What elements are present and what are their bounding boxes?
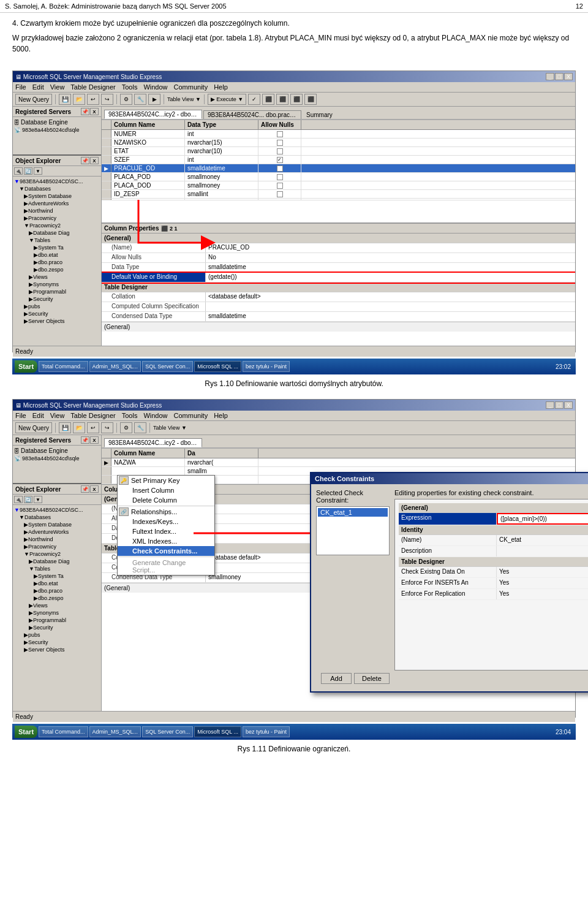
ctx-relationships[interactable]: 🔗 Relationships...: [118, 507, 214, 517]
tree-dbo-zesp-2[interactable]: ▶ dbo.zespo: [14, 594, 100, 602]
cb-etat[interactable]: [277, 148, 283, 154]
toolbar-btn-redo[interactable]: ↪: [101, 94, 113, 105]
obj-tb-refresh-1[interactable]: 🔄: [24, 167, 32, 175]
tree-sec-prac2-2[interactable]: ▶ Security: [14, 624, 100, 631]
tree-dbdiag-1[interactable]: ▶ Database Diag: [14, 229, 100, 237]
taskbar-item-tc-1[interactable]: Total Command...: [39, 361, 88, 372]
ctx-generate-script[interactable]: Generate Change Script...: [118, 558, 214, 575]
ctx-fulltext[interactable]: Fultext Index...: [118, 526, 214, 536]
tree-pubs-1[interactable]: ▶ pubs: [14, 303, 100, 310]
obj-exp-close-2[interactable]: X: [90, 485, 99, 493]
tree-prac-2[interactable]: ▶ Pracownicy: [14, 543, 100, 550]
taskbar-item-tc-2[interactable]: Total Command...: [39, 726, 88, 737]
tree-dbo-etat-2[interactable]: ▶ dbo.etat: [14, 580, 100, 587]
new-query-btn-2[interactable]: New Query: [15, 422, 52, 433]
tree-sysdb-1[interactable]: ▶ System Database: [14, 192, 100, 200]
toolbar-btn-s2-1[interactable]: 💾: [59, 422, 71, 433]
grid-row-empty[interactable]: [102, 199, 575, 200]
tree-dbo-zesp-1[interactable]: ▶ dbo.zespo: [14, 266, 100, 273]
new-query-btn-1[interactable]: New Query: [15, 94, 52, 105]
toolbar-btn-undo[interactable]: ↩: [87, 94, 99, 105]
menu-community-1[interactable]: Community: [174, 83, 208, 91]
tab-summary-1[interactable]: Summary: [303, 111, 336, 119]
reg-servers-close-2[interactable]: X: [90, 436, 99, 444]
dialog-delete-btn[interactable]: Delete: [354, 673, 390, 684]
taskbar-item-admin-2[interactable]: Admin_MS_SQL...: [89, 726, 141, 737]
tree-item-server-1[interactable]: 📡 983e8a44b5024cd\sqle: [14, 126, 100, 134]
tree-dbo-praco-2[interactable]: ▶ dbo.praco: [14, 587, 100, 594]
toolbar-btn-open[interactable]: 📂: [73, 94, 85, 105]
menu-community-2[interactable]: Community: [174, 412, 208, 419]
tree-nw-2[interactable]: ▶ Northwind: [14, 536, 100, 543]
tree-security-2[interactable]: ▶ Security: [14, 639, 100, 646]
toolbar-btn-8[interactable]: ⬛: [276, 94, 288, 105]
grid-row-nazwa[interactable]: ▶ NAZWA nvarchar(: [102, 458, 575, 467]
tree-pubs-2[interactable]: ▶ pubs: [14, 631, 100, 639]
toolbar-btn-s2-6[interactable]: 🔧: [134, 422, 146, 433]
cb-placa-pod[interactable]: [277, 174, 283, 180]
tree-item-server-2[interactable]: 📡 983e8a44b5024cd\sqle: [14, 455, 100, 462]
maximize-btn-2[interactable]: □: [555, 401, 564, 409]
reg-servers-close-1[interactable]: X: [90, 108, 99, 115]
tree-item-db-engine-1[interactable]: 🗄 Database Engine: [14, 118, 100, 126]
tree-tables-1[interactable]: ▼ Tables: [14, 237, 100, 244]
toolbar-btn-save[interactable]: 💾: [59, 94, 71, 105]
tree-systa-2[interactable]: ▶ System Ta: [14, 572, 100, 580]
menu-view-1[interactable]: View: [50, 83, 65, 91]
obj-tb-filter-2[interactable]: ▼: [34, 496, 42, 503]
tree-databases-2[interactable]: ▼ Databases: [14, 514, 100, 521]
taskbar-item-paint-2[interactable]: bez tytułu - Paint: [243, 726, 290, 737]
obj-tb-refresh-2[interactable]: 🔄: [24, 496, 32, 503]
menu-tools-1[interactable]: Tools: [122, 83, 138, 91]
cb-nzaw[interactable]: [277, 140, 283, 146]
grid-row-numer[interactable]: NUMER int: [102, 130, 575, 139]
obj-exp-close-1[interactable]: X: [90, 157, 99, 164]
dialog-add-btn[interactable]: Add: [321, 673, 352, 684]
dialog-constraint-ck-etat-1[interactable]: CK_etat_1: [318, 508, 388, 517]
grid-row-etat[interactable]: ETAT nvarchar(10): [102, 147, 575, 156]
taskbar-item-paint-1[interactable]: bez tytułu - Paint: [243, 361, 290, 372]
tree-prog-2[interactable]: ▶ Programmabl: [14, 617, 100, 624]
grid-row-placa-dod[interactable]: PLACA_DOD smallmoney: [102, 181, 575, 190]
tree-databases-1[interactable]: ▼ Databases: [14, 185, 100, 192]
menu-window-2[interactable]: Window: [143, 412, 167, 419]
obj-tb-connect-2[interactable]: 🔌: [14, 496, 23, 503]
toolbar-btn-s2-5[interactable]: ⚙: [120, 422, 132, 433]
toolbar-btn-6[interactable]: ✓: [248, 94, 260, 105]
tree-aw-2[interactable]: ▶ AdventureWorks: [14, 528, 100, 536]
tree-prac-1[interactable]: ▶ Pracownicy: [14, 215, 100, 222]
cb-id-zesp[interactable]: [277, 191, 283, 197]
start-button-1[interactable]: Start: [15, 360, 37, 373]
tree-dbo-praco-1[interactable]: ▶ dbo.praco: [14, 259, 100, 266]
toolbar-btn-9[interactable]: ⬛: [290, 94, 303, 105]
tree-views-1[interactable]: ▶ Views: [14, 273, 100, 281]
cb-szef[interactable]: ✓: [277, 157, 283, 163]
ctx-indexes[interactable]: Indexes/Keys...: [118, 517, 214, 526]
tree-root-2[interactable]: ▼ 983E8A44B5024CD\SC...: [14, 506, 100, 514]
tree-security-1[interactable]: ▶ Security: [14, 310, 100, 317]
menu-file-2[interactable]: File: [15, 412, 26, 419]
close-btn-2[interactable]: X: [564, 401, 573, 409]
cb-pracuje[interactable]: [277, 165, 283, 172]
ctx-delete-col[interactable]: Delete Column: [118, 495, 214, 505]
toolbar-btn-5[interactable]: ▶: [148, 94, 160, 105]
toolbar-btn-10[interactable]: ⬛: [304, 94, 317, 105]
menu-help-1[interactable]: Help: [214, 83, 228, 91]
toolbar-btn-3[interactable]: ⚙: [120, 94, 132, 105]
reg-servers-pin-2[interactable]: 📌: [81, 436, 89, 444]
taskbar-item-sql-1[interactable]: SQL Server Con...: [142, 361, 193, 372]
toolbar-btn-s2-2[interactable]: 📂: [73, 422, 85, 433]
tree-aw-1[interactable]: ▶ AdventureWorks: [14, 200, 100, 207]
menu-tabledesigner-2[interactable]: Table Designer: [70, 412, 115, 419]
tree-sec-1[interactable]: ▶ Security: [14, 295, 100, 303]
ctx-xml[interactable]: XML Indexes...: [118, 536, 214, 546]
obj-exp-pin-2[interactable]: 📌: [81, 485, 89, 493]
toolbar-btn-7[interactable]: ⬛: [262, 94, 274, 105]
tree-dbdiag-2[interactable]: ▶ Database Diag: [14, 558, 100, 565]
menu-view-2[interactable]: View: [50, 412, 65, 419]
taskbar-item-admin-1[interactable]: Admin_MS_SQL...: [89, 361, 141, 372]
toolbar-btn-s2-4[interactable]: ↪: [101, 422, 113, 433]
grid-row-nzaw[interactable]: NZAWISKO nvarchar(15): [102, 139, 575, 147]
tree-prac2-1[interactable]: ▼ Pracownicy2: [14, 222, 100, 229]
obj-tb-filter-1[interactable]: ▼: [34, 167, 42, 175]
